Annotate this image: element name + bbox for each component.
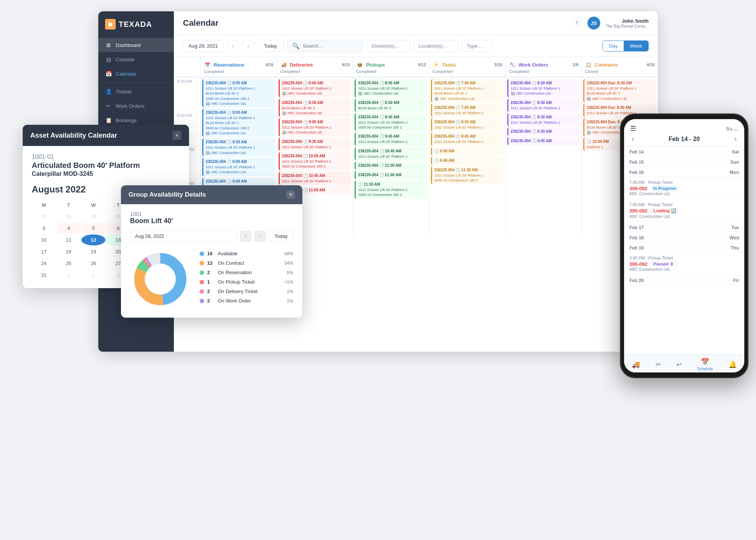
reservations-header: 📅 Reservations 4/15 Completed bbox=[200, 57, 277, 77]
phone-footer-returns[interactable]: ↩ bbox=[676, 360, 682, 369]
avatar: JS bbox=[587, 17, 600, 29]
list-item[interactable]: 19 bbox=[81, 246, 105, 257]
search-input[interactable] bbox=[303, 43, 358, 49]
table-row[interactable]: 236235-004 🕐 4:45 AM bbox=[507, 137, 580, 145]
phone-event-3[interactable]: 2:00 PM Pickup Ticket 395-092 Paused ⏸ A… bbox=[624, 253, 744, 275]
phone-footer-truck[interactable]: 🚚 bbox=[632, 360, 640, 369]
asset-card-close-button[interactable]: × bbox=[172, 131, 181, 140]
division-filter[interactable]: Division(s)... bbox=[367, 40, 410, 52]
phone-event-2[interactable]: 7:00 AM Pickup Ticket 395-092 Loading 🔄 … bbox=[624, 199, 744, 222]
phone-day-label: Tue bbox=[731, 225, 739, 230]
table-row[interactable]: 236235-004 🕐 10:45 AM1011 Scissor Lift 2… bbox=[355, 147, 428, 160]
day-label-t: T bbox=[57, 201, 81, 209]
table-row[interactable]: 236235-004 🕐 11:30 AM1011 Scissor Lift 2… bbox=[431, 166, 504, 185]
day-view-button[interactable]: Day bbox=[603, 41, 624, 51]
list-item[interactable]: 18 bbox=[57, 246, 81, 257]
table-row[interactable]: 236235-004 🕐 8:30 AM1011 Scissor Lift 20… bbox=[507, 113, 580, 126]
sidebar-item-console[interactable]: ▤ Console bbox=[98, 52, 174, 67]
group-prev-button[interactable]: ‹ bbox=[240, 231, 251, 242]
workorders-icon: ✂ bbox=[105, 103, 112, 109]
table-row[interactable]: 236235-004 🕐 8:30 AM1011 Scissor Lift 20… bbox=[431, 118, 504, 131]
type-filter[interactable]: Type... bbox=[462, 40, 493, 52]
table-row[interactable]: 236235-004 🕐 8:45 AM1011 Scissor Lift 20… bbox=[355, 113, 428, 132]
table-row[interactable]: 236235-004 🕐 8:00 AM1011 Scissor Lift 20… bbox=[202, 79, 275, 107]
group-date-input[interactable] bbox=[130, 230, 237, 242]
group-next-button[interactable]: › bbox=[254, 231, 266, 242]
help-button[interactable]: ? bbox=[572, 18, 582, 28]
prev-date-button[interactable]: ‹ bbox=[227, 40, 239, 52]
list-item[interactable]: 5 bbox=[81, 223, 105, 234]
phone-next-button[interactable]: › bbox=[734, 135, 737, 143]
next-date-button[interactable]: › bbox=[242, 40, 254, 52]
list-item[interactable]: 28 bbox=[57, 211, 81, 222]
list-item[interactable]: 2 bbox=[81, 270, 105, 281]
phone-event-1[interactable]: 7:00 AM Pickup Ticket 395-092 In Progres… bbox=[624, 177, 744, 199]
table-row[interactable]: 236235-004 🕐 8:30 AM1011 Scissor Lift 20… bbox=[202, 138, 275, 157]
sidebar-label-tickets: Tickets bbox=[116, 89, 132, 95]
list-item[interactable]: 24 bbox=[32, 258, 56, 269]
table-row[interactable]: 236235-004 🕐 10:45 AM1011 Scissor Lift 2… bbox=[279, 172, 352, 185]
list-item[interactable]: 17 bbox=[32, 246, 56, 257]
table-row[interactable]: 236235-004 🕐 8:00 AM1011 Scissor Lift 20… bbox=[355, 79, 428, 98]
table-row[interactable]: 🕐 9:45 AM bbox=[431, 147, 504, 155]
table-row[interactable]: 236235-004 🕐 7:00 AM1011 Scissor Lift 20… bbox=[431, 104, 504, 117]
list-item[interactable]: 11 bbox=[57, 234, 81, 245]
table-row[interactable]: 🕐 8:45 AM bbox=[431, 157, 504, 165]
sidebar-item-dashboard[interactable]: ⊞ Dashboard bbox=[98, 38, 174, 52]
table-row[interactable]: 236235-006 🕐 9:30 AM1011 Scissor Lift 20… bbox=[279, 138, 352, 151]
group-availability-modal: Group Availability Details × 1001 Boom L… bbox=[121, 185, 302, 318]
list-item[interactable]: 27 bbox=[32, 211, 56, 222]
phone-date-label: Feb 20 bbox=[629, 278, 644, 283]
table-row[interactable]: 236235-004 🕐 8:30 AMBL04 Boom Lift 30' 2 bbox=[355, 99, 428, 112]
table-row[interactable]: 🕐 11:30 AM1011 Scissor Lift 20' Platform… bbox=[355, 180, 428, 199]
table-row[interactable]: 236235-004 🕐 10:00 AM1011 Scissor Lift 2… bbox=[279, 152, 352, 171]
location-filter[interactable]: Location(s)... bbox=[414, 40, 458, 52]
legend-on-delivery: 2 On Delivery Ticket 1% bbox=[200, 289, 293, 294]
phone-footer-tools[interactable]: ✂ bbox=[655, 360, 661, 369]
list-item[interactable]: 25 bbox=[57, 258, 81, 269]
today-button[interactable]: Today bbox=[257, 40, 284, 52]
sidebar-item-workorders[interactable]: ✂ Work Orders bbox=[98, 99, 174, 113]
phone-event-time: 2:00 PM Pickup Ticket bbox=[629, 256, 739, 260]
list-item[interactable]: 26 bbox=[81, 258, 105, 269]
phone-footer-bell[interactable]: 🔔 bbox=[728, 360, 737, 369]
phone-day-feb19: Feb 19 Thu bbox=[624, 242, 744, 253]
table-row[interactable]: 236235-004 Due: 8:30 AM1011 Scissor Lift… bbox=[583, 79, 656, 102]
phone-day-label: Sun bbox=[730, 160, 739, 165]
group-modal-close-button[interactable]: × bbox=[287, 191, 295, 199]
table-row[interactable]: 236235-004 🕐 9:00 AM1011 Scissor Lift 20… bbox=[202, 158, 275, 176]
list-item[interactable]: 4 bbox=[57, 223, 81, 234]
table-row[interactable]: 236235-004 🕐 9:00 AM1011 Scissor Lift 20… bbox=[279, 118, 352, 137]
table-row[interactable]: 236235-004 🕐 8:00 AM1011 Scissor Lift 20… bbox=[202, 109, 275, 137]
table-row[interactable]: 236235-004 🕐 7:00 AM1011 Scissor Lift 22… bbox=[431, 79, 504, 102]
today-cell[interactable]: 12 bbox=[81, 234, 105, 245]
table-row[interactable]: 236235-004 🕐 8:30 AM1011 Scissor Lift 20… bbox=[507, 99, 580, 112]
week-view-button[interactable]: Week bbox=[624, 41, 648, 51]
phone-event-time: 7:00 AM Pickup Ticket bbox=[629, 202, 739, 207]
sidebar-label-bookings: Bookings bbox=[116, 118, 137, 123]
list-item[interactable]: 29 bbox=[81, 211, 105, 222]
list-item[interactable]: 31 bbox=[32, 270, 56, 281]
table-row[interactable]: 236235-004 🕐 6:30 AM bbox=[507, 127, 580, 136]
table-row[interactable]: 236235-004 🕐 9:45 AM1011 Scissor Lift 20… bbox=[355, 132, 428, 146]
sidebar-divider-1 bbox=[98, 82, 174, 83]
table-row[interactable]: 236235-004 🕐 8:30 AM1011 Scissor Lift 20… bbox=[507, 79, 580, 98]
search-bar[interactable]: 🔍 bbox=[287, 40, 363, 52]
phone-body[interactable]: Feb 14 Sat Feb 15 Sun Feb 16 Mon 7:00 AM… bbox=[624, 146, 744, 354]
workorders-status: Completed bbox=[509, 69, 579, 74]
table-row[interactable]: 236235-004 🕐 11:00 AM bbox=[355, 171, 428, 179]
table-row[interactable]: 236235-004 🕐 8:00 AM1011 Scissor Lift 20… bbox=[279, 79, 352, 98]
view-toggle: Day Week bbox=[603, 40, 649, 51]
phone-prev-button[interactable]: ‹ bbox=[632, 135, 634, 143]
phone-menu-icon[interactable]: ☰ bbox=[630, 124, 636, 133]
group-today-button[interactable]: Today bbox=[269, 231, 293, 242]
list-item[interactable]: 10 bbox=[32, 234, 56, 245]
table-row[interactable]: 236235-004 🕐 11:00 AM bbox=[355, 161, 428, 170]
list-item[interactable]: 1 bbox=[57, 270, 81, 281]
table-row[interactable]: 236235-004 🕐 8:30 AMBL04 Boom Lift 30' 2… bbox=[279, 99, 352, 117]
list-item[interactable]: 3 bbox=[32, 223, 56, 234]
phone-footer-schedule[interactable]: 📅 Schedule bbox=[697, 358, 713, 371]
sidebar-item-calendar[interactable]: 📅 Calendar bbox=[98, 67, 174, 81]
sidebar-item-tickets[interactable]: 👤 Tickets bbox=[98, 84, 174, 99]
table-row[interactable]: 236235-004 🕐 9:45 AM1011 Scissor Lift 20… bbox=[431, 132, 504, 146]
